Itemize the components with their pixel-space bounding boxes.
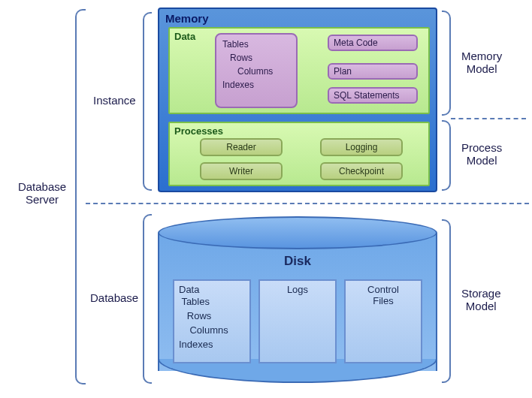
label-process-model: Process Model [461, 141, 502, 167]
disk-control-panel: Control Files [344, 279, 422, 363]
memory-title: Memory [159, 9, 436, 26]
disk-data-panel: Data Tables Rows Columns Indexes [173, 279, 251, 363]
bracket-instance [143, 12, 152, 191]
checkpoint-box: Checkpoint [320, 162, 403, 180]
dashed-sep-1 [451, 118, 526, 119]
bracket-database [143, 214, 152, 384]
label-database: Database [90, 291, 138, 304]
bracket-process-model [442, 120, 451, 191]
writer-box: Writer [200, 162, 283, 180]
label-storage-model: Storage Model [461, 287, 501, 312]
dashed-sep-2 [86, 203, 529, 204]
disk-data-heading: Data [179, 284, 245, 295]
memory-box: Memory Data Tables Rows Columns Indexes … [158, 8, 437, 192]
processes-panel: Processes Reader Writer Logging Checkpoi… [168, 122, 430, 186]
bracket-memory-model [442, 11, 451, 116]
disk-cylinder: Disk Data Tables Rows Columns Indexes Lo… [158, 216, 437, 384]
meta-code-box: Meta Code [328, 35, 418, 51]
logging-box: Logging [320, 138, 403, 156]
label-instance: Instance [93, 94, 136, 107]
sql-box: SQL Statements [328, 87, 418, 104]
bracket-storage-model [442, 219, 451, 383]
bracket-db-server [75, 9, 86, 384]
data-panel: Data Tables Rows Columns Indexes Meta Co… [168, 27, 430, 114]
disk-title: Disk [158, 254, 437, 269]
label-memory-model: Memory Model [461, 50, 502, 75]
reader-box: Reader [200, 138, 283, 156]
disk-logs-panel: Logs [258, 279, 337, 363]
plan-box: Plan [328, 63, 418, 80]
data-tree-box: Tables Rows Columns Indexes [215, 33, 298, 108]
processes-title: Processes [170, 123, 428, 139]
label-db-server: Database Server [12, 180, 72, 206]
disk-data-tree: Tables Rows Columns Indexes [179, 295, 245, 351]
